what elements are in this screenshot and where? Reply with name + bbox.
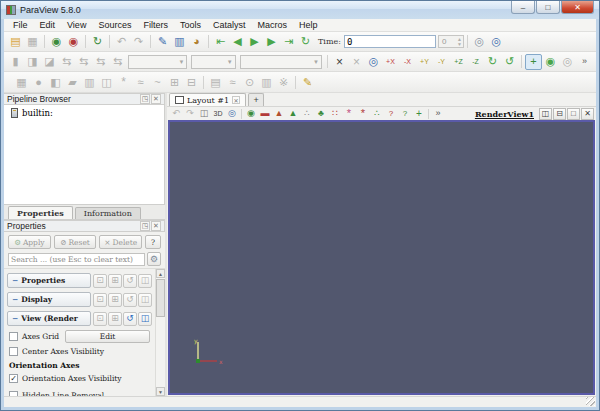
maximize-button[interactable]: □ <box>536 1 560 14</box>
plot-selection-over-time-icon[interactable]: ▥ <box>258 74 275 90</box>
zoom-to-data-icon[interactable]: ◎ <box>488 34 505 50</box>
edit-color-map-icon[interactable]: ✎ <box>154 34 171 50</box>
glyph-filter-icon[interactable]: * <box>115 74 132 90</box>
auto-apply-icon[interactable]: ↻ <box>89 34 106 50</box>
axes-grid-checkbox[interactable] <box>9 332 18 341</box>
warp-by-vector-filter-icon[interactable]: ~ <box>149 74 166 90</box>
menu-help[interactable]: Help <box>293 20 324 30</box>
time-input[interactable] <box>344 35 436 48</box>
adjust-camera-icon[interactable]: ◫ <box>197 108 211 120</box>
connect-server-icon[interactable]: ◉ <box>48 34 65 50</box>
select-polygon-cells-icon[interactable]: ∴ <box>300 108 314 120</box>
group-datasets-filter-icon[interactable]: ⊞ <box>166 74 183 90</box>
last-frame-icon[interactable]: ⇥ <box>280 34 297 50</box>
previous-frame-icon[interactable]: ◀ <box>229 34 246 50</box>
select-cells-query-icon[interactable]: ? <box>384 108 398 120</box>
open-file-icon[interactable]: ▤ <box>7 34 24 50</box>
play-icon[interactable]: ▶ <box>246 34 263 50</box>
menu-sources[interactable]: Sources <box>92 20 137 30</box>
extract-group-filter-icon[interactable]: ⊟ <box>183 74 200 90</box>
split-horizontal-button[interactable]: ◫ <box>539 108 552 120</box>
section-view-header[interactable]: − View (Render <box>7 311 91 326</box>
select-surface-points-icon[interactable]: ▬ <box>258 108 272 120</box>
camera-undo-icon[interactable]: ↶ <box>169 108 183 120</box>
select-frustum-cells-icon[interactable]: ▲ <box>272 108 286 120</box>
rescale-to-data-range-icon[interactable]: ⇆ <box>58 54 75 70</box>
save-view-defaults-icon[interactable]: ◫ <box>138 312 152 326</box>
save-data-icon[interactable]: ▦ <box>24 34 41 50</box>
add-selection-icon[interactable]: + <box>412 108 426 120</box>
edit-color-map-small-icon[interactable]: ◨ <box>24 54 41 70</box>
reset-properties-defaults-icon[interactable]: ↺ <box>123 274 137 288</box>
redo-icon[interactable]: ↷ <box>130 34 147 50</box>
next-frame-icon[interactable]: ▶ <box>263 34 280 50</box>
axes-grid-edit-button[interactable]: Edit <box>65 330 150 343</box>
tab-properties[interactable]: Properties <box>8 206 73 219</box>
rotate-90-clockwise-icon[interactable]: ↻ <box>484 54 501 70</box>
select-block-icon[interactable]: ♣ <box>314 108 328 120</box>
zoom-to-data-camera-icon[interactable]: × <box>348 54 365 70</box>
extract-subset-filter-icon[interactable]: ◫ <box>98 74 115 90</box>
split-vertical-button[interactable]: ⊟ <box>553 108 566 120</box>
rescale-to-visible-range-icon[interactable]: ⇆ <box>109 54 126 70</box>
properties-scrollbar[interactable]: ▲ ▼ <box>155 269 165 396</box>
hover-points-icon[interactable]: ∴ <box>370 108 384 120</box>
set-view-plus-z-icon[interactable]: +Z <box>450 54 467 70</box>
minimize-button[interactable]: – <box>511 1 535 14</box>
camera-toolbar-overflow-icon[interactable]: » <box>576 54 593 70</box>
menu-macros[interactable]: Macros <box>251 20 293 30</box>
select-frustum-points-icon[interactable]: ▲ <box>286 108 300 120</box>
paste-view-icon[interactable]: ⊞ <box>108 312 122 326</box>
select-surface-cells-icon[interactable]: ◉ <box>244 108 258 120</box>
copy-display-icon[interactable]: ⊡ <box>93 293 107 307</box>
slice-filter-icon[interactable]: ▰ <box>64 74 81 90</box>
delete-button[interactable]: × Delete <box>99 235 142 249</box>
section-display-header[interactable]: − Display <box>7 292 91 307</box>
set-view-plus-y-icon[interactable]: +Y <box>416 54 433 70</box>
close-button[interactable]: ✕ <box>561 1 594 14</box>
pipeline-float-button[interactable]: ◳ <box>140 94 150 104</box>
zoom-to-box-view-icon[interactable]: ◎ <box>225 108 239 120</box>
menu-file[interactable]: File <box>7 20 34 30</box>
zoom-to-box-icon[interactable]: ◎ <box>471 34 488 50</box>
extract-selection-icon[interactable]: ※ <box>275 74 292 90</box>
copy-properties-icon[interactable]: ⊡ <box>93 274 107 288</box>
reset-camera-icon[interactable]: × <box>331 54 348 70</box>
add-layout-tab[interactable]: + <box>248 93 264 106</box>
layout-tab-close-icon[interactable]: ✕ <box>232 96 240 104</box>
ruler-icon[interactable]: ✎ <box>299 74 316 90</box>
resize-grip[interactable] <box>586 397 595 406</box>
center-axes-checkbox[interactable] <box>9 347 18 356</box>
open-spreadsheet-view-icon[interactable]: ▤ <box>207 74 224 90</box>
paste-display-icon[interactable]: ⊞ <box>108 293 122 307</box>
reset-view-defaults-icon[interactable]: ↺ <box>123 312 137 326</box>
clip-filter-icon[interactable]: ◧ <box>47 74 64 90</box>
maximize-view-button[interactable]: □ <box>567 108 580 120</box>
reset-center-of-rotation-icon[interactable]: ◉ <box>542 54 559 70</box>
search-options-gear-icon[interactable]: ⚙ <box>147 252 161 266</box>
menu-view[interactable]: View <box>61 20 92 30</box>
menu-edit[interactable]: Edit <box>34 20 62 30</box>
select-points-query-icon[interactable]: ? <box>398 108 412 120</box>
view-toolbar-overflow-icon[interactable]: » <box>431 108 445 120</box>
first-frame-icon[interactable]: ⇤ <box>212 34 229 50</box>
representation-combo[interactable]: ▼ <box>240 55 322 69</box>
threshold-filter-icon[interactable]: ▥ <box>81 74 98 90</box>
set-view-plus-x-icon[interactable]: +X <box>382 54 399 70</box>
properties-close-button[interactable]: ✕ <box>151 221 161 231</box>
use-separate-color-map-icon[interactable]: ◪ <box>41 54 58 70</box>
menu-tools[interactable]: Tools <box>174 20 207 30</box>
toggle-color-legend-icon[interactable]: ▮ <box>7 54 24 70</box>
toggle-2d-3d-icon[interactable]: 3D <box>211 108 225 120</box>
zoom-to-selection-icon[interactable]: ◎ <box>365 54 382 70</box>
close-view-button[interactable]: ✕ <box>581 108 594 120</box>
show-center-of-rotation-icon[interactable]: ◎ <box>559 54 576 70</box>
apply-button[interactable]: ⚙ Apply <box>8 235 51 249</box>
rotate-90-counterclockwise-icon[interactable]: ↺ <box>501 54 518 70</box>
paste-properties-icon[interactable]: ⊞ <box>108 274 122 288</box>
properties-float-button[interactable]: ◳ <box>140 221 150 231</box>
orientation-axes-checkbox[interactable]: ✓ <box>9 374 18 383</box>
help-button[interactable]: ? <box>145 235 161 249</box>
reset-display-defaults-icon[interactable]: ↺ <box>123 293 137 307</box>
rescale-to-custom-range-icon[interactable]: ⇆ <box>75 54 92 70</box>
